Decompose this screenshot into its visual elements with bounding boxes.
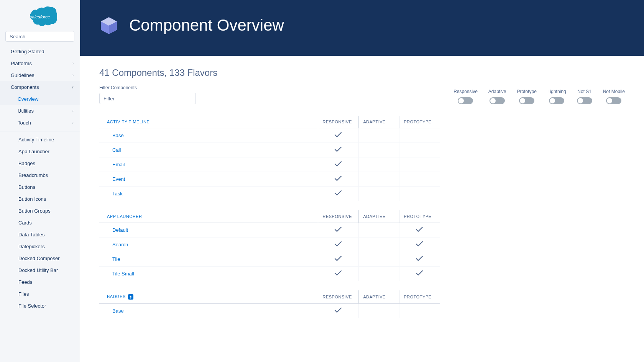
flavor-link-tile[interactable]: Tile xyxy=(112,256,120,262)
table-row: Search xyxy=(99,238,440,252)
toggle-label-lightning: Lightning xyxy=(547,89,566,94)
check-icon xyxy=(335,190,342,197)
nav-component-button-groups[interactable]: Button Groups xyxy=(0,205,80,217)
hero-banner: Component Overview xyxy=(80,0,644,56)
nav-component-breadcrumbs[interactable]: Breadcrumbs xyxy=(0,169,80,181)
flavor-link-base[interactable]: Base xyxy=(112,308,124,314)
column-header-prototype: PROTOTYPE xyxy=(399,290,440,304)
filter-label: Filter Components xyxy=(99,85,196,90)
cell-adaptive xyxy=(358,172,399,187)
flavor-link-base[interactable]: Base xyxy=(112,133,124,138)
check-icon xyxy=(335,227,342,233)
cell-responsive xyxy=(318,128,358,143)
nav-item-platforms[interactable]: Platforms› xyxy=(0,57,80,69)
group-header[interactable]: APP LAUNCHER xyxy=(99,210,318,223)
toggle-not-s1[interactable] xyxy=(577,97,592,104)
column-header-responsive: RESPONSIVE xyxy=(318,116,358,128)
cell-adaptive xyxy=(358,267,399,281)
search-input[interactable] xyxy=(5,31,74,42)
check-icon xyxy=(335,241,342,248)
chevron-right-icon: › xyxy=(72,61,74,66)
nav-item-getting-started[interactable]: Getting Started xyxy=(0,46,80,57)
flavor-link-event[interactable]: Event xyxy=(112,176,125,182)
cell-prototype xyxy=(399,128,440,143)
nav-component-cards[interactable]: Cards xyxy=(0,217,80,229)
cell-responsive xyxy=(318,252,358,267)
cell-prototype xyxy=(399,172,440,187)
cell-responsive xyxy=(318,187,358,201)
cube-icon xyxy=(99,16,118,35)
nav-component-files[interactable]: Files xyxy=(0,288,80,300)
cell-adaptive xyxy=(358,252,399,267)
column-header-responsive: RESPONSIVE xyxy=(318,210,358,223)
nav: Getting StartedPlatforms›Guidelines›Comp… xyxy=(0,46,80,362)
nav-component-feeds[interactable]: Feeds xyxy=(0,276,80,288)
cell-responsive xyxy=(318,304,358,318)
nav-sub-overview[interactable]: Overview xyxy=(0,93,80,105)
nav-item-components[interactable]: Components▾ xyxy=(0,81,80,93)
summary-text: 41 Components, 133 Flavors xyxy=(99,67,625,78)
nav-item-guidelines[interactable]: Guidelines› xyxy=(0,69,80,81)
cell-prototype xyxy=(399,223,440,238)
nav-component-buttons[interactable]: Buttons xyxy=(0,181,80,193)
check-icon xyxy=(335,147,342,153)
group-header[interactable]: BADGES xyxy=(99,290,318,304)
divider xyxy=(0,131,80,131)
nav-component-app-launcher[interactable]: App Launcher xyxy=(0,146,80,157)
toggle-label-adaptive: Adaptive xyxy=(488,89,506,94)
toggle-label-not-s1: Not S1 xyxy=(577,89,591,94)
nav-component-activity-timeline[interactable]: Activity Timeline xyxy=(0,134,80,146)
nav-sub-utilities[interactable]: Utilities› xyxy=(0,105,80,117)
cell-prototype xyxy=(399,267,440,281)
nav-component-badges[interactable]: Badges xyxy=(0,157,80,169)
nav-component-docked-utility-bar[interactable]: Docked Utility Bar xyxy=(0,264,80,276)
group-header[interactable]: ACTIVITY TIMELINE xyxy=(99,116,318,128)
salesforce-logo[interactable]: salesforce xyxy=(0,0,80,31)
column-header-adaptive: ADAPTIVE xyxy=(358,210,399,223)
cell-responsive xyxy=(318,267,358,281)
flavor-link-tile-small[interactable]: Tile Small xyxy=(112,271,134,277)
flavor-link-email[interactable]: Email xyxy=(112,162,125,167)
flavor-link-task[interactable]: Task xyxy=(112,191,123,197)
caret-down-icon: ▾ xyxy=(72,85,74,89)
table-row: Default xyxy=(99,223,440,238)
flavor-link-search[interactable]: Search xyxy=(112,242,128,247)
nav-component-datepickers[interactable]: Datepickers xyxy=(0,241,80,252)
nav-sub-touch[interactable]: Touch› xyxy=(0,117,80,129)
flavor-link-call[interactable]: Call xyxy=(112,147,121,153)
filter-input[interactable] xyxy=(99,93,196,104)
check-icon xyxy=(335,176,342,182)
toggle-adaptive[interactable] xyxy=(490,97,505,104)
cell-adaptive xyxy=(358,187,399,201)
cell-responsive xyxy=(318,143,358,157)
table-row: Call xyxy=(99,143,440,157)
table-row: Email xyxy=(99,157,440,172)
toggle-not-mobile[interactable] xyxy=(606,97,621,104)
svg-text:salesforce: salesforce xyxy=(30,14,50,19)
check-icon xyxy=(416,241,423,248)
check-icon xyxy=(335,132,342,139)
check-icon xyxy=(335,256,342,262)
cell-adaptive xyxy=(358,157,399,172)
toggle-label-not-mobile: Not Mobile xyxy=(603,89,625,94)
component-table-activity-timeline: ACTIVITY TIMELINERESPONSIVEADAPTIVEPROTO… xyxy=(99,116,440,201)
table-row: Tile Small xyxy=(99,267,440,281)
toggle-responsive[interactable] xyxy=(458,97,473,104)
toggle-lightning[interactable] xyxy=(549,97,564,104)
chevron-right-icon: › xyxy=(72,109,74,113)
chevron-right-icon: › xyxy=(72,121,74,125)
table-row: Task xyxy=(99,187,440,201)
nav-component-button-icons[interactable]: Button Icons xyxy=(0,193,80,205)
nav-component-file-selector[interactable]: File Selector xyxy=(0,300,80,312)
cell-prototype xyxy=(399,157,440,172)
check-icon xyxy=(416,270,423,277)
toggle-label-responsive: Responsive xyxy=(453,89,478,94)
cell-responsive xyxy=(318,157,358,172)
toggle-prototype[interactable] xyxy=(519,97,534,104)
component-table-badges: BADGESRESPONSIVEADAPTIVEPROTOTYPEBase xyxy=(99,290,440,318)
cell-prototype xyxy=(399,187,440,201)
flavor-link-default[interactable]: Default xyxy=(112,227,128,233)
nav-component-data-tables[interactable]: Data Tables xyxy=(0,229,80,241)
nav-component-docked-composer[interactable]: Docked Composer xyxy=(0,252,80,264)
check-icon xyxy=(335,308,342,314)
